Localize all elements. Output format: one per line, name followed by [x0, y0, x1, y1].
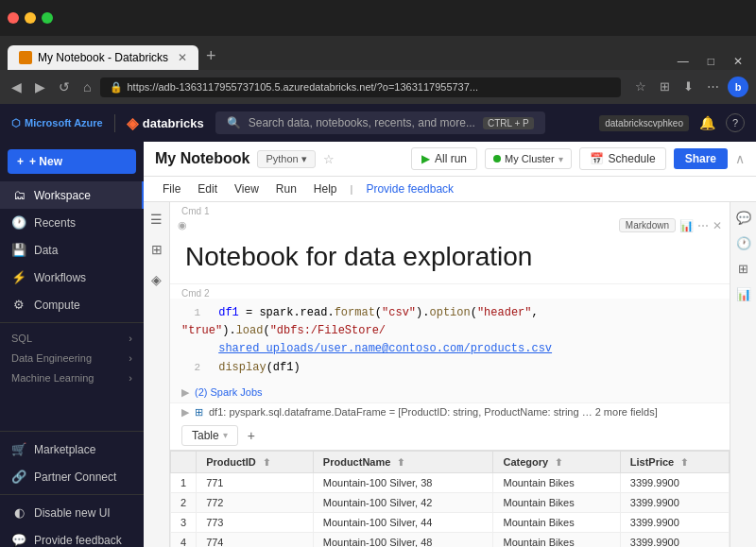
history-icon[interactable]: 🕐 [733, 233, 754, 253]
cluster-status-dot [493, 155, 501, 162]
comments-icon[interactable]: 💬 [733, 208, 754, 228]
col-header-product-name[interactable]: ProductName ⬆ [313, 451, 493, 472]
col-header-list-price[interactable]: ListPrice ⬆ [620, 451, 729, 472]
markdown-content: Notebook for data exploration [170, 234, 730, 283]
sidebar-item-provide-feedback[interactable]: 💬 Provide feedback [0, 526, 144, 547]
variables-icon[interactable]: ⊞ [147, 238, 166, 261]
cmd-2-label: Cmd 2 [170, 284, 730, 299]
global-search[interactable]: 🔍 Search data, notebooks, recents, and m… [215, 111, 545, 134]
databricks-icon: ◈ [127, 114, 138, 132]
menu-edit[interactable]: Edit [190, 179, 225, 198]
tab-title: My Notebook - Databricks [38, 51, 168, 64]
sidebar-item-label-workflows: Workflows [34, 271, 86, 284]
spark-expand-icon[interactable]: ▶ [181, 386, 189, 399]
home-button[interactable]: ⌂ [79, 76, 94, 98]
cluster-chevron: ▾ [558, 154, 563, 164]
sidebar-item-data[interactable]: 💾 Data [0, 236, 144, 264]
address-bar[interactable]: 🔒 https://adb-1363117955737105.5.azureda… [100, 77, 621, 97]
azure-label: Microsoft Azure [25, 117, 103, 128]
schedule-label: Schedule [609, 152, 656, 165]
cell-1-close-icon[interactable]: ✕ [713, 219, 722, 232]
sidebar-item-compute[interactable]: ⚙ Compute [0, 291, 144, 318]
menu-view[interactable]: View [227, 179, 266, 198]
table-cell: Mountain-100 Silver, 44 [313, 512, 493, 532]
cluster-selector[interactable]: My Cluster ▾ [485, 148, 572, 169]
feedback-link[interactable]: Provide feedback [366, 182, 454, 196]
table-cell: 3399.9900 [620, 512, 729, 532]
nav-right-area: databrickscvphkeo 🔔 ? [599, 112, 745, 133]
sidebar-item-partner-connect[interactable]: 🔗 Partner Connect [0, 463, 144, 490]
run-all-button[interactable]: ▶ All run [411, 147, 477, 170]
code-cell-content[interactable]: 1 df1 = spark.read.format("csv").option(… [170, 299, 730, 383]
run-all-label: All run [435, 152, 467, 165]
share-button[interactable]: Share [674, 148, 728, 169]
forward-button[interactable]: ▶ [31, 76, 49, 98]
menu-file[interactable]: File [155, 179, 188, 198]
table-row: 2772Mountain-100 Silver, 42Mountain Bike… [171, 492, 730, 512]
table-tab-label: Table [192, 429, 219, 442]
window-controls: — □ ✕ [672, 53, 748, 70]
sidebar-item-label-feedback: Provide feedback [34, 534, 122, 547]
chart-right-icon[interactable]: 📊 [733, 284, 754, 304]
sidebar-item-workspace[interactable]: 🗂 Workspace [0, 181, 144, 209]
menu-separator: | [347, 183, 357, 195]
databricks-logo: ◈ databricks [114, 114, 204, 132]
main-content: + + New 🗂 Workspace 🕐 Recents 💾 Data ⚡ W… [0, 142, 756, 547]
sidebar-section-sql[interactable]: SQL › [0, 327, 144, 347]
bing-button[interactable]: b [728, 77, 748, 97]
data-icon-left[interactable]: ◈ [147, 268, 165, 291]
table-row: 1771Mountain-100 Silver, 38Mountain Bike… [171, 472, 730, 492]
bell-icon[interactable]: 🔔 [696, 112, 718, 133]
new-tab-button[interactable]: + [202, 43, 220, 70]
sidebar-section-data-engineering[interactable]: Data Engineering › [0, 347, 144, 367]
downloads-icon[interactable]: ⬇ [679, 77, 698, 97]
plus-icon: + [17, 155, 24, 168]
col-header-category[interactable]: Category ⬆ [493, 451, 620, 472]
extensions-icon[interactable]: ⊞ [655, 77, 675, 97]
help-icon[interactable]: ? [726, 113, 745, 132]
partner-connect-icon: 🔗 [11, 470, 26, 484]
chart-icon[interactable]: 📊 [679, 219, 694, 232]
spark-jobs-label[interactable]: (2) Spark Jobs [195, 386, 263, 398]
databricks-label: databricks [143, 116, 204, 130]
col-header-product-id[interactable]: ProductID ⬆ [197, 451, 314, 472]
minimize-btn[interactable]: — [672, 53, 695, 70]
cmd-1-label: Cmd 1 [170, 202, 730, 216]
language-selector[interactable]: Python ▾ [257, 150, 315, 168]
df-expand-icon[interactable]: ▶ [181, 406, 189, 419]
col-header-row-num [171, 451, 197, 472]
browser-toolbar: ◀ ▶ ↺ ⌂ 🔒 https://adb-1363117955737105.5… [0, 70, 756, 104]
table-header-row: ProductID ⬆ ProductName ⬆ Category ⬆ Lis… [171, 451, 730, 472]
menu-help[interactable]: Help [306, 179, 345, 198]
active-tab[interactable]: My Notebook - Databricks ✕ [8, 45, 198, 70]
new-button[interactable]: + + New [8, 149, 136, 174]
notebook-title: My Notebook [155, 150, 249, 167]
schedule-button[interactable]: 📅 Schedule [579, 147, 666, 170]
add-visualization-button[interactable]: + [244, 426, 259, 445]
back-button[interactable]: ◀ [8, 76, 26, 98]
sidebar-item-label-data: Data [34, 244, 58, 257]
settings-icon[interactable]: ⋯ [702, 77, 724, 97]
refresh-button[interactable]: ↺ [55, 76, 74, 98]
maximize-btn[interactable]: □ [702, 53, 720, 70]
sidebar-item-recents[interactable]: 🕐 Recents [0, 209, 144, 236]
tab-close-btn[interactable]: ✕ [178, 51, 187, 64]
menu-run[interactable]: Run [268, 179, 304, 198]
table-cell: Mountain Bikes [493, 512, 620, 532]
star-notebook-button[interactable]: ☆ [323, 152, 335, 166]
url-text: https://adb-1363117955737105.5.azuredata… [127, 81, 478, 93]
sidebar-item-workflows[interactable]: ⚡ Workflows [0, 264, 144, 291]
bookmark-icon[interactable]: ☆ [630, 77, 651, 97]
sidebar-item-marketplace[interactable]: 🛒 Marketplace [0, 436, 144, 463]
sidebar-section-machine-learning[interactable]: Machine Learning › [0, 367, 144, 386]
sidebar-item-disable-new-ui[interactable]: ◐ Disable new UI [0, 499, 144, 526]
collapse-toolbar-button[interactable]: ∧ [735, 151, 745, 166]
variables-right-icon[interactable]: ⊞ [735, 259, 751, 279]
cell-1-more-icon[interactable]: ⋯ [697, 219, 709, 232]
table-tab-chevron[interactable]: ▾ [223, 430, 228, 440]
table-tab[interactable]: Table ▾ [181, 425, 238, 446]
cell-structure-icon[interactable]: ☰ [146, 208, 166, 231]
cell-1-expand[interactable]: ◉ [178, 219, 187, 231]
close-btn[interactable]: ✕ [728, 53, 748, 70]
cluster-name: My Cluster [505, 153, 555, 164]
